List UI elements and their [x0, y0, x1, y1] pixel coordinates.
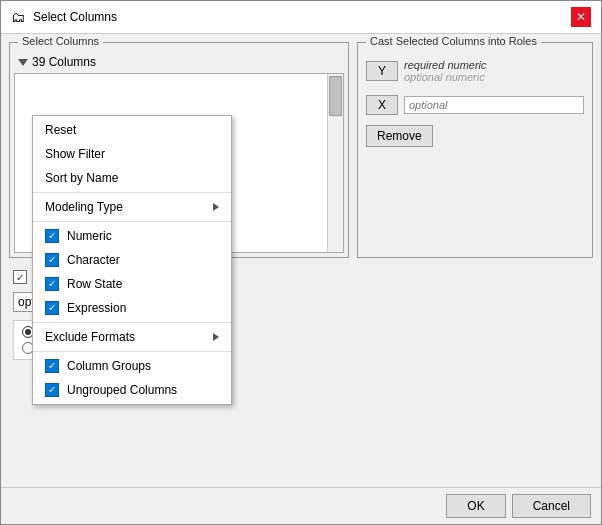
menu-separator-3 [33, 322, 231, 323]
menu-separator-4 [33, 351, 231, 352]
menu-separator-2 [33, 221, 231, 222]
close-button[interactable]: ✕ [571, 7, 591, 27]
y-role-row: Y required numeric optional numeric [366, 59, 584, 83]
columns-header[interactable]: 39 Columns [14, 53, 344, 71]
menu-item-modeling-type[interactable]: Modeling Type [33, 195, 231, 219]
x-role-row: X [366, 95, 584, 115]
ungrouped-check-icon [45, 383, 59, 397]
context-menu: Reset Show Filter Sort by Name Modeling … [32, 115, 232, 405]
menu-item-row-state[interactable]: Row State [33, 272, 231, 296]
cast-roles-legend: Cast Selected Columns into Roles [366, 35, 541, 47]
menu-item-exclude-formats[interactable]: Exclude Formats [33, 325, 231, 349]
dialog-title: Select Columns [33, 10, 117, 24]
scrollbar[interactable] [327, 74, 343, 252]
select-columns-group: Select Columns 39 Columns Reset [9, 42, 349, 258]
select-columns-dialog: 🗂 Select Columns ✕ Select Columns 39 Col… [0, 0, 602, 525]
dialog-footer: OK Cancel [1, 487, 601, 524]
character-check-icon [45, 253, 59, 267]
menu-separator-1 [33, 192, 231, 193]
collapse-icon [18, 59, 28, 66]
menu-item-expression[interactable]: Expression [33, 296, 231, 320]
y-optional-text: optional numeric [404, 71, 584, 83]
y-role-button[interactable]: Y [366, 61, 398, 81]
title-bar: 🗂 Select Columns ✕ [1, 1, 601, 34]
dialog-icon: 🗂 [11, 9, 27, 25]
top-section: Select Columns 39 Columns Reset [9, 42, 593, 258]
exclude-formats-chevron-icon [213, 333, 219, 341]
scrollbar-thumb[interactable] [329, 76, 342, 116]
ok-button[interactable]: OK [446, 494, 505, 518]
menu-item-character[interactable]: Character [33, 248, 231, 272]
remove-button[interactable]: Remove [366, 125, 433, 147]
columns-count: 39 Columns [32, 55, 96, 69]
menu-item-sort-by-name[interactable]: Sort by Name [33, 166, 231, 190]
numeric-check-icon [45, 229, 59, 243]
dialog-body: Select Columns 39 Columns Reset [1, 34, 601, 487]
row-state-check-icon [45, 277, 59, 291]
x-role-button[interactable]: X [366, 95, 398, 115]
check-checkbox[interactable] [13, 270, 27, 284]
expression-check-icon [45, 301, 59, 315]
select-columns-legend: Select Columns [18, 35, 103, 47]
y-required-text: required numeric [404, 59, 584, 71]
menu-item-show-filter[interactable]: Show Filter [33, 142, 231, 166]
column-groups-check-icon [45, 359, 59, 373]
chevron-right-icon [213, 203, 219, 211]
menu-item-numeric[interactable]: Numeric [33, 224, 231, 248]
menu-item-ungrouped-columns[interactable]: Ungrouped Columns [33, 378, 231, 402]
cast-roles-group: Cast Selected Columns into Roles Y requi… [357, 42, 593, 258]
x-role-input[interactable] [404, 96, 584, 114]
menu-item-column-groups[interactable]: Column Groups [33, 354, 231, 378]
menu-item-reset[interactable]: Reset [33, 118, 231, 142]
cancel-button[interactable]: Cancel [512, 494, 591, 518]
